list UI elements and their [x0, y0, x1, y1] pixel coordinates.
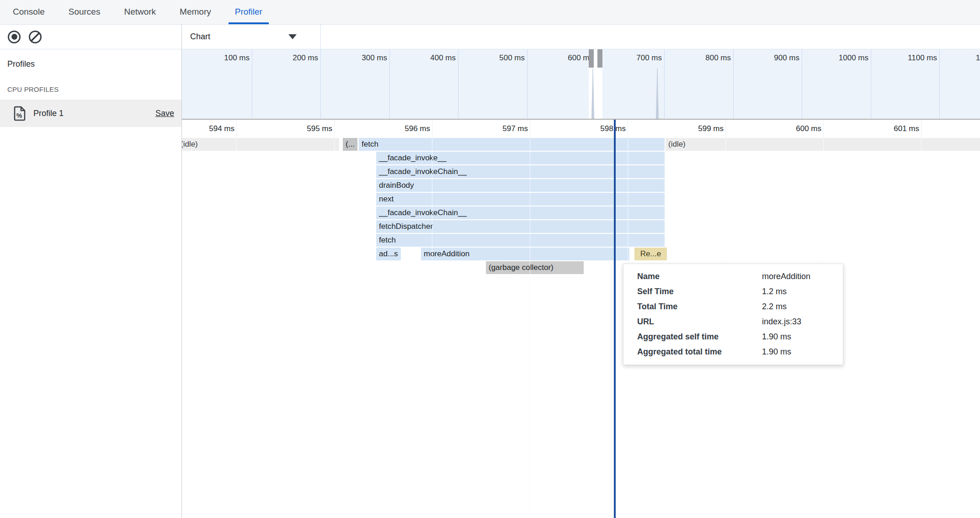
timeline-gridline-overlay	[236, 138, 237, 518]
overview-tick-label: 1100 ms	[868, 53, 937, 63]
overview-tick-label: 300 ms	[319, 53, 387, 63]
flame-bar[interactable]: fetch	[359, 138, 665, 151]
timeline-tick-label: 597 ms	[464, 124, 528, 133]
tooltip-row-value: 1.2 ms	[762, 284, 836, 299]
timeline-gridline-overlay	[334, 138, 335, 518]
timeline-gridline-overlay	[432, 138, 432, 518]
timeline-tick-label: 600 ms	[757, 124, 821, 133]
overview-tick-label: 1200 ms	[937, 53, 980, 63]
overview-tick-label: 100 ms	[182, 53, 250, 63]
tab-profiler[interactable]: Profiler	[229, 0, 269, 24]
timeline-overview[interactable]: 100 ms200 ms300 ms400 ms500 ms600 ms700 …	[182, 49, 980, 120]
overview-tick-label: 400 ms	[387, 53, 456, 63]
timeline-gridline-overlay	[921, 138, 921, 518]
svg-text:%: %	[16, 112, 22, 119]
profiles-heading: Profiles	[7, 59, 181, 69]
flame-bar[interactable]: __facade_invoke__	[376, 152, 665, 164]
timeline-tick-label: 594 ms	[182, 124, 234, 133]
profile-list-item[interactable]: % Profile 1 Save	[0, 100, 181, 127]
flame-bar[interactable]: (...	[343, 138, 357, 151]
devtools-window: ConsoleSourcesNetworkMemoryProfiler Prof…	[0, 0, 980, 518]
main-toolbar: Chart	[182, 25, 980, 49]
playhead-line[interactable]	[614, 120, 616, 518]
timeline-ruler: 594 ms595 ms596 ms597 ms598 ms599 ms600 …	[182, 120, 980, 138]
flame-bar[interactable]: fetchDispatcher	[376, 220, 665, 233]
timeline-gridline-overlay	[530, 138, 530, 518]
profile-document-icon: %	[14, 106, 26, 121]
timeline-tick-label: 596 ms	[366, 124, 430, 133]
flame-bar[interactable]: drainBody	[376, 179, 665, 192]
tooltip-row-label: Self Time	[637, 284, 762, 299]
cpu-activity-spike	[655, 69, 660, 119]
flame-bar[interactable]: (idle)	[182, 138, 339, 151]
flame-chart[interactable]: (idle)(...fetch(idle)__facade_invoke____…	[182, 138, 980, 518]
tooltip-row-label: URL	[637, 314, 762, 329]
sidebar-toolbar	[0, 25, 181, 49]
overview-tick-label: 200 ms	[250, 53, 318, 63]
view-mode-value: Chart	[190, 32, 210, 42]
dropdown-arrow-icon	[288, 34, 297, 39]
flame-bar[interactable]: ad...s	[376, 248, 401, 260]
tab-console[interactable]: Console	[6, 0, 51, 24]
devtools-tab-bar: ConsoleSourcesNetworkMemoryProfiler	[0, 0, 980, 25]
overview-tick-label: 900 ms	[731, 53, 799, 63]
devtools-content: Profiles CPU PROFILES % Profile 1 Save C…	[0, 25, 980, 518]
flame-bar[interactable]: (garbage collector)	[486, 261, 584, 274]
profile-name: Profile 1	[33, 109, 64, 118]
tooltip-row-value: 2.2 ms	[762, 299, 836, 314]
record-dot	[11, 34, 17, 40]
overview-tick-label: 800 ms	[662, 53, 731, 63]
flame-bar[interactable]: __facade_invokeChain__	[376, 165, 665, 178]
timeline-tick-label: 601 ms	[855, 124, 919, 133]
overview-tick-label: 600 ms	[525, 53, 593, 63]
flame-bar[interactable]: __facade_invokeChain__	[376, 206, 665, 219]
tab-memory[interactable]: Memory	[173, 0, 218, 24]
sidebar-body: Profiles CPU PROFILES % Profile 1 Save	[0, 49, 181, 127]
cpu-profiles-section-label: CPU PROFILES	[7, 85, 181, 93]
tooltip-row-label: Total Time	[637, 299, 762, 314]
flame-bar[interactable]: (idle)	[666, 138, 980, 151]
tooltip-row-value: moreAddition	[762, 269, 836, 284]
profiler-sidebar: Profiles CPU PROFILES % Profile 1 Save	[0, 25, 182, 518]
flame-bar[interactable]: next	[376, 193, 665, 206]
selection-right-handle[interactable]	[597, 49, 602, 68]
overview-tick-label: 500 ms	[456, 53, 525, 63]
timeline-tick-label: 595 ms	[268, 124, 332, 133]
clear-icon[interactable]	[29, 31, 42, 43]
tab-network[interactable]: Network	[117, 0, 162, 24]
tooltip-row-label: Name	[637, 269, 762, 284]
tooltip-row-label: Aggregated total time	[637, 344, 762, 359]
flame-bar[interactable]: Re...e	[634, 248, 667, 260]
selection-left-handle[interactable]	[589, 49, 594, 68]
flame-bar[interactable]: fetch	[376, 234, 665, 247]
tooltip-row-label: Aggregated self time	[637, 329, 762, 344]
tooltip-row-value: index.js:33	[762, 314, 836, 329]
tooltip-row-value: 1.90 ms	[762, 344, 836, 359]
record-icon[interactable]	[8, 31, 21, 43]
overview-tick-label: 700 ms	[593, 53, 662, 63]
timeline-tick-label: 598 ms	[562, 124, 626, 133]
tooltip-row-value: 1.90 ms	[762, 329, 836, 344]
flame-bar[interactable]: moreAddition	[421, 248, 629, 260]
timeline-tick-label: 599 ms	[660, 124, 724, 133]
tab-sources[interactable]: Sources	[62, 0, 107, 24]
frame-tooltip: NamemoreAdditionSelf Time1.2 msTotal Tim…	[623, 264, 843, 365]
overview-tick-label: 1000 ms	[800, 53, 868, 63]
profiler-main: Chart 100 ms200 ms300 ms400 ms500 ms600 …	[182, 25, 980, 518]
flame-chart-detail: 594 ms595 ms596 ms597 ms598 ms599 ms600 …	[182, 120, 980, 518]
view-mode-select[interactable]: Chart	[182, 25, 321, 49]
save-profile-link[interactable]: Save	[155, 109, 174, 118]
